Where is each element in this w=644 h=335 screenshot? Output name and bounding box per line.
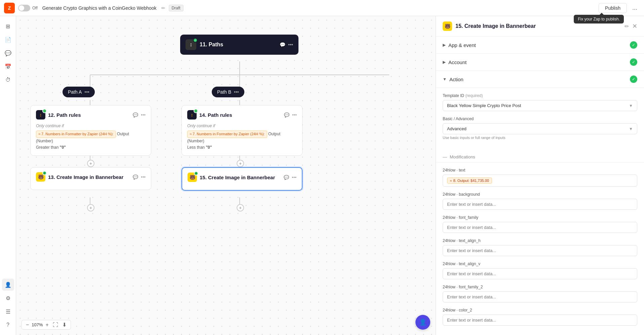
action-check: ✓ [630, 76, 637, 83]
sidebar-icon-list[interactable]: ☰ [2, 305, 14, 318]
panel-close-button[interactable]: ✕ [632, 22, 637, 30]
path-rules-14-more-btn[interactable]: ••• [292, 112, 297, 117]
toggle-switch[interactable] [18, 5, 30, 11]
24hlow-text-align-v-text-input[interactable] [447, 271, 633, 276]
24hlow-font-family-text-input[interactable] [447, 225, 633, 230]
basic-advanced-select[interactable]: Advanced ▼ [443, 123, 637, 134]
create-image-13-check: ✓ [42, 171, 47, 175]
accordion-account-header[interactable]: ▶ Account ✓ [443, 58, 637, 66]
zoom-download-button[interactable]: ⬇ [61, 322, 68, 328]
path-rules-12-header: ↕ ✓ 12. Path rules 💬 ••• [36, 110, 146, 119]
24hlow-background-text-input[interactable] [447, 202, 633, 207]
24hlow-font-family-2-input[interactable] [443, 291, 637, 302]
path-rules-12-node[interactable]: ↕ ✓ 12. Path rules 💬 ••• Only continue i… [30, 105, 151, 156]
sidebar-icon-grid[interactable]: ⊞ [2, 20, 14, 32]
right-panel: 🐻 15. Create Image in Bannerbear ✏ ✕ ▶ A… [436, 16, 644, 335]
panel-content: ▶ App & event ✓ ▶ Account ✓ ▼ Action ✓ [436, 37, 644, 335]
draft-badge: Draft [169, 5, 184, 11]
accordion-action-header[interactable]: ▼ Action ✓ [443, 76, 637, 83]
modifications-header: — Modifications [436, 150, 644, 162]
zapier-logo: Z [4, 3, 15, 13]
24hlow-text-input[interactable]: ≈ 8. Output: $41,735.00 [443, 175, 637, 187]
sidebar-icon-file[interactable]: 📄 [2, 34, 14, 46]
panel-edit-button[interactable]: ✏ [625, 23, 629, 30]
workflow-title: Generate Crypto Graphics with a CoinGeck… [42, 5, 157, 11]
accordion-app-event[interactable]: ▶ App & event ✓ [436, 37, 644, 54]
path-rules-12-title: 12. Path rules [48, 112, 130, 118]
more-button[interactable]: ... [630, 3, 640, 13]
app-event-chevron: ▶ [443, 43, 446, 47]
create-image-13-comment-btn[interactable]: 💬 [133, 175, 138, 180]
24hlow-color-2-input[interactable] [443, 315, 637, 326]
publish-button[interactable]: Publish [599, 3, 627, 13]
create-image-15-more-btn[interactable]: ••• [292, 175, 296, 180]
24hlow-text-field: 24hlow · text ≈ 8. Output: $41,735.00 [443, 168, 637, 187]
create-image-13-more-btn[interactable]: ••• [141, 175, 146, 180]
sidebar-icon-chat[interactable]: 💬 [2, 47, 14, 59]
sidebar: ⊞ 📄 💬 📅 ⏱ 👤 ⚙ ☰ ? [0, 16, 16, 335]
path-rules-14-check: ✓ [194, 109, 198, 113]
canvas[interactable]: ↕ ✓ 11. Paths 💬 ••• Path A ••• Path B ••… [16, 16, 436, 335]
create-image-15-node[interactable]: 🐻 ✓ 15. Create Image in Bannerbear 💬 ••• [182, 167, 303, 191]
24hlow-font-family-field: 24hlow · font_family [443, 215, 637, 233]
24hlow-text-align-h-text-input[interactable] [447, 248, 633, 253]
create-image-13-title: 13. Create Image in Bannerbear [48, 174, 130, 180]
path-rules-12-comment-btn[interactable]: 💬 [133, 112, 138, 117]
path-rules-14-node[interactable]: ↕ ✓ 14. Path rules 💬 ••• Only continue i… [182, 105, 303, 156]
path-rules-12-more-btn[interactable]: ••• [141, 112, 146, 117]
path-a-more[interactable]: ••• [84, 89, 89, 95]
paths-node-comment-btn[interactable]: 💬 [280, 42, 285, 47]
path-b-label[interactable]: Path B ••• [212, 87, 244, 97]
add-btn-after-13[interactable]: + [87, 204, 94, 211]
accordion-action[interactable]: ▼ Action ✓ [436, 71, 644, 88]
24hlow-font-family-input[interactable] [443, 222, 637, 233]
template-id-value: Black Yellow Simple Crypto Price Post [447, 103, 629, 108]
zoom-in-button[interactable]: + [44, 322, 50, 328]
help-avatar-button[interactable]: 👤 [415, 315, 430, 330]
path-rules-12-detail: ≈ 7. Numbers in Formatter by Zapier (24H… [36, 131, 146, 144]
app-event-title: App & event [448, 42, 630, 48]
paths-node[interactable]: ↕ ✓ 11. Paths 💬 ••• [180, 35, 298, 55]
paths-node-title: 11. Paths [200, 42, 276, 48]
sidebar-icon-help[interactable]: ? [2, 319, 14, 331]
zoom-fit-button[interactable]: ⛶ [51, 322, 59, 328]
accordion-account[interactable]: ▶ Account ✓ [436, 54, 644, 71]
create-image-15-header: 🐻 ✓ 15. Create Image in Bannerbear 💬 ••• [188, 173, 296, 182]
create-image-15-comment-btn[interactable]: 💬 [284, 175, 289, 180]
path-b-more[interactable]: ••• [234, 89, 239, 95]
edit-title-icon[interactable]: ✏ [161, 5, 165, 11]
24hlow-background-input[interactable] [443, 199, 637, 210]
action-chevron: ▼ [443, 77, 447, 82]
path-rules-14-comment-btn[interactable]: 💬 [284, 112, 289, 117]
zoom-out-button[interactable]: − [25, 322, 30, 328]
24hlow-text-align-h-input[interactable] [443, 245, 637, 256]
accordion-app-event-header[interactable]: ▶ App & event ✓ [443, 41, 637, 49]
create-image-13-node[interactable]: 🐻 ✓ 13. Create Image in Bannerbear 💬 ••• [30, 167, 151, 190]
24hlow-text-align-v-input[interactable] [443, 268, 637, 279]
add-btn-left[interactable]: + [87, 160, 94, 167]
template-id-arrow: ▼ [629, 103, 633, 108]
add-btn-after-15[interactable]: + [237, 204, 244, 211]
form-section: Template ID (required) Black Yellow Simp… [436, 88, 644, 150]
path-a-label[interactable]: Path A ••• [63, 87, 95, 97]
sidebar-icon-user[interactable]: 👤 [2, 279, 14, 291]
modifications-label: Modifications [450, 154, 475, 159]
sidebar-icon-calendar[interactable]: 📅 [2, 60, 14, 73]
create-image-13-actions: 💬 ••• [133, 175, 146, 180]
toggle-label: Off [32, 6, 38, 10]
add-btn-right[interactable]: + [237, 160, 244, 167]
toggle-container: Off [18, 5, 38, 11]
sidebar-icon-settings[interactable]: ⚙ [2, 292, 14, 304]
template-id-select[interactable]: Black Yellow Simple Crypto Price Post ▼ [443, 100, 637, 111]
24hlow-font-family-2-text-input[interactable] [447, 294, 633, 299]
paths-node-more-btn[interactable]: ••• [288, 42, 293, 47]
account-chevron: ▶ [443, 60, 446, 64]
panel-icon: 🐻 [443, 21, 452, 31]
24hlow-color-2-text-input[interactable] [447, 318, 633, 323]
topbar-right: Publish ... [599, 3, 640, 13]
24hlow-text-chip: ≈ 8. Output: $41,735.00 [447, 178, 492, 184]
sidebar-icon-clock[interactable]: ⏱ [2, 74, 14, 86]
path-rules-12-body: Only continue if ≈ 7. Numbers in Formatt… [36, 123, 146, 151]
zoom-level: 107% [32, 322, 43, 327]
create-image-15-icon: 🐻 ✓ [188, 173, 197, 182]
